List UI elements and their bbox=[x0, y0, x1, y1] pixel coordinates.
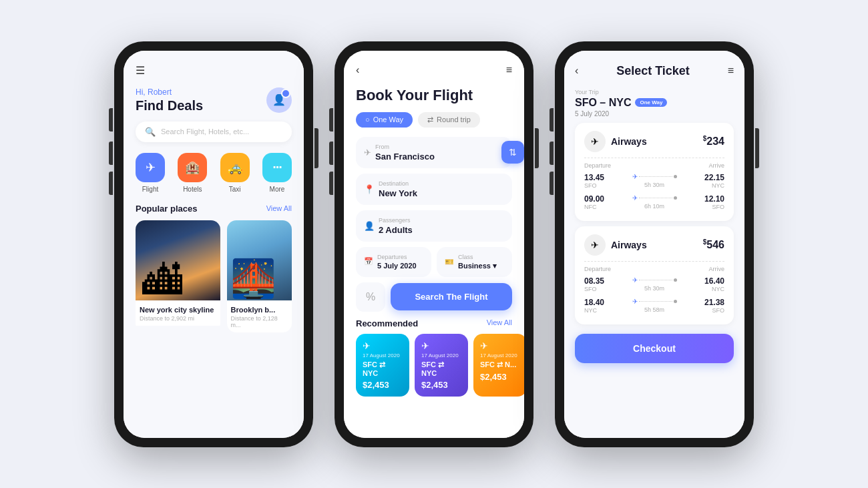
recommended-cards: ✈ 17 August 2020 SFC ⇄ NYC $2,453 ✈ 17 A… bbox=[356, 334, 512, 397]
avatar[interactable]: 👤 bbox=[266, 87, 292, 113]
your-trip-label: Your Trip bbox=[575, 89, 734, 95]
duration-1-0: ✈ 5h 30m bbox=[632, 276, 677, 292]
category-hotels[interactable]: 🏨 Hotels bbox=[178, 153, 207, 193]
airline-name-0: Airways bbox=[611, 136, 647, 147]
promo-field[interactable]: % bbox=[356, 282, 385, 312]
dep-airport-0-1: NFC bbox=[584, 204, 604, 210]
brooklyn-image bbox=[227, 220, 292, 300]
rec-plane-icon-1: ✈ bbox=[421, 340, 461, 351]
ny-distance: Distance to 2,902 mi bbox=[140, 315, 216, 322]
rec-price-0: $2,453 bbox=[363, 380, 403, 390]
menu-icon-3[interactable]: ≡ bbox=[728, 65, 734, 77]
rec-card-2[interactable]: ✈ 17 August 2020 SFC ⇄ N... $2,453 bbox=[473, 334, 524, 397]
rec-card-1[interactable]: ✈ 17 August 2020 SFC ⇄ NYC $2,453 bbox=[415, 334, 468, 397]
phone3-header: ‹ Select Ticket ≡ bbox=[575, 64, 734, 78]
arr-col-1-1: 21.38 SFO bbox=[704, 298, 724, 314]
menu-icon[interactable]: ≡ bbox=[506, 64, 512, 76]
dep-airport-1-1: NYC bbox=[584, 307, 604, 314]
recommended-title: Recommended bbox=[356, 318, 418, 328]
view-all-button[interactable]: View All bbox=[266, 204, 292, 212]
more-icon: ··· bbox=[262, 153, 292, 182]
category-taxi[interactable]: 🚕 Taxi bbox=[220, 153, 250, 193]
one-way-button[interactable]: ○ One Way bbox=[356, 112, 413, 128]
dur-text-0-0: 5h 30m bbox=[644, 182, 664, 188]
airline-card-0[interactable]: ✈ Airways $234 Departure Arrive bbox=[575, 123, 734, 221]
popular-title: Popular places bbox=[136, 204, 197, 214]
plane-sm-0-0: ✈ bbox=[632, 173, 638, 180]
taxi-icon: 🚕 bbox=[220, 153, 250, 182]
departure-class-row: 📅 Departures 5 July 2020 🎫 Class bbox=[356, 247, 512, 277]
round-trip-label: Round trip bbox=[437, 115, 471, 124]
category-flight[interactable]: ✈ Flight bbox=[136, 153, 165, 193]
arr-col-1-0: 16.40 NYC bbox=[704, 276, 724, 292]
categories: ✈ Flight 🏨 Hotels 🚕 Taxi ··· More bbox=[136, 153, 292, 193]
dur-text-1-1: 5h 58m bbox=[644, 306, 664, 313]
destination-label: Destination bbox=[379, 180, 417, 187]
arr-time-1-1: 21.38 bbox=[704, 298, 724, 307]
passengers-icon: 👤 bbox=[364, 221, 375, 231]
dep-col-0-1: 09.00 NFC bbox=[584, 194, 604, 210]
departures-label: Departures bbox=[377, 254, 417, 260]
departures-field[interactable]: 📅 Departures 5 July 2020 bbox=[356, 247, 431, 277]
swap-button[interactable]: ⇅ bbox=[501, 141, 524, 164]
one-way-icon: ○ bbox=[365, 115, 370, 124]
flight-line-1-0: ✈ bbox=[632, 276, 677, 284]
arr-col-0-0: 22.15 NYC bbox=[704, 173, 724, 189]
duration-1-1: ✈ 5h 58m bbox=[632, 298, 677, 313]
checkout-button[interactable]: Checkout bbox=[575, 334, 734, 363]
rec-plane-icon-0: ✈ bbox=[363, 340, 403, 351]
airline-price-1: $546 bbox=[703, 238, 724, 251]
back-icon[interactable]: ‹ bbox=[356, 64, 359, 76]
one-way-label: One Way bbox=[373, 115, 403, 124]
departures-value: 5 July 2020 bbox=[377, 262, 417, 270]
rec-view-all[interactable]: View All bbox=[487, 318, 512, 328]
calendar-icon: 📅 bbox=[364, 257, 373, 266]
hamburger-icon[interactable]: ☰ bbox=[136, 64, 145, 77]
passengers-value: 2 Adults bbox=[379, 225, 413, 235]
from-field[interactable]: ✈ From San Francisco bbox=[356, 137, 512, 168]
dep-time-0-0: 13.45 bbox=[584, 173, 604, 182]
arr-time-1-0: 16.40 bbox=[704, 276, 724, 286]
search-box[interactable]: 🔍 Search Flight, Hotels, etc... bbox=[136, 121, 292, 142]
more-label: More bbox=[270, 186, 285, 193]
dep-col-1-1: 18.40 NYC bbox=[584, 298, 604, 314]
airline-card-1[interactable]: ✈ Airways $546 Departure Arrive bbox=[575, 226, 734, 324]
phone-select-ticket: ‹ Select Ticket ≡ Your Trip SFO – NYC On… bbox=[555, 41, 754, 447]
round-trip-icon: ⇄ bbox=[427, 115, 433, 124]
rec-route-1: SFC ⇄ NYC bbox=[421, 360, 461, 377]
divider-0 bbox=[584, 158, 724, 158]
flight-icon: ✈ bbox=[136, 153, 165, 182]
flight-line-0-0: ✈ bbox=[632, 173, 677, 180]
place-card-brooklyn[interactable]: Brooklyn b... Distance to 2,128 m... bbox=[227, 220, 292, 332]
back-icon-3[interactable]: ‹ bbox=[575, 65, 578, 77]
passengers-field[interactable]: 👤 Passengers 2 Adults bbox=[356, 210, 512, 242]
category-more[interactable]: ··· More bbox=[262, 153, 292, 193]
search-flight-button[interactable]: Search The Flight bbox=[391, 283, 512, 310]
round-trip-button[interactable]: ⇄ Round trip bbox=[418, 112, 480, 128]
dur-text-0-1: 6h 10m bbox=[644, 203, 664, 210]
arrive-header-1: Arrive bbox=[708, 266, 724, 272]
airline-header-0: ✈ Airways $234 bbox=[584, 131, 724, 152]
hotel-icon: 🏨 bbox=[178, 153, 207, 182]
flight-row-1-0: 08.35 SFO ✈ 5h 30m 16.40 bbox=[584, 274, 724, 295]
dep-time-1-1: 18.40 bbox=[584, 298, 604, 307]
arr-airport-0-1: SFO bbox=[704, 204, 724, 210]
track-0-0 bbox=[639, 176, 672, 177]
place-card-ny[interactable]: New york city skyline Distance to 2,902 … bbox=[136, 220, 220, 332]
rec-price-1: $2,453 bbox=[421, 380, 461, 390]
class-field[interactable]: 🎫 Class Business ▾ bbox=[437, 247, 512, 277]
dep-time-1-0: 08.35 bbox=[584, 276, 604, 286]
arr-time-0-1: 12.10 bbox=[704, 194, 724, 204]
destination-field[interactable]: 📍 Destination New York bbox=[356, 174, 512, 205]
arr-col-0-1: 12.10 SFO bbox=[704, 194, 724, 210]
rec-card-0[interactable]: ✈ 17 August 2020 SFC ⇄ NYC $2,453 bbox=[356, 334, 409, 397]
popular-section-header: Popular places View All bbox=[136, 204, 292, 214]
brooklyn-name: Brooklyn b... bbox=[231, 306, 288, 314]
from-label: From bbox=[375, 144, 435, 150]
from-value: San Francisco bbox=[375, 152, 435, 162]
plane-sm-0-1: ✈ bbox=[632, 194, 638, 202]
departure-header: Departure bbox=[584, 162, 611, 169]
ny-name: New york city skyline bbox=[140, 306, 216, 314]
dot-0-0 bbox=[674, 175, 677, 178]
search-icon: 🔍 bbox=[145, 127, 156, 137]
